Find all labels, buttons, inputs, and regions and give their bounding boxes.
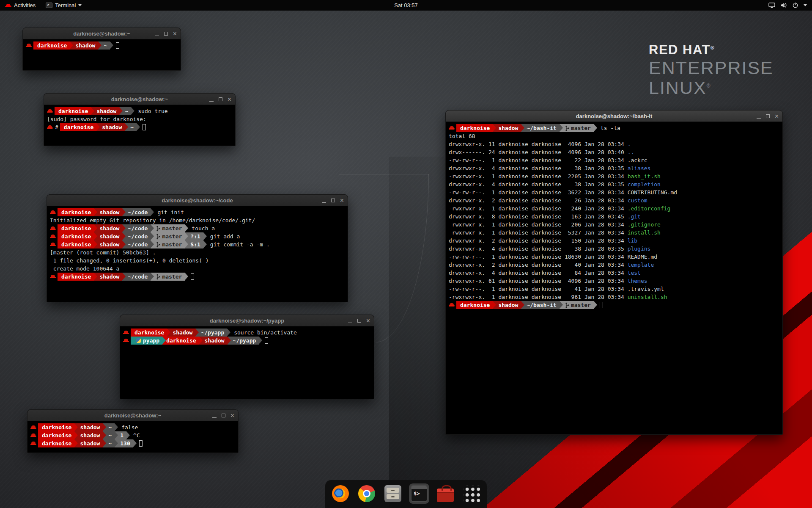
redhat-prompt-icon: [50, 240, 56, 248]
terminal-content[interactable]: darknoiseshadow~: [23, 39, 181, 52]
close-button[interactable]: ×: [230, 412, 234, 419]
terminal-cursor: [143, 124, 146, 130]
app-menu-label: Terminal: [55, 2, 76, 8]
prompt-segment-path: ~/pyapp: [228, 337, 259, 345]
maximize-button[interactable]: [222, 414, 225, 417]
output-line: -rwxrwxr-x. 1 darknoise darknoise 5327 J…: [449, 229, 779, 237]
close-button[interactable]: ×: [228, 96, 231, 103]
close-button[interactable]: ×: [173, 30, 177, 37]
command-text: touch a: [192, 224, 215, 232]
output-text: 1 file changed, 0 insertions(+), 0 delet…: [50, 257, 209, 265]
prompt-segment-user: darknoise: [55, 107, 91, 115]
terminal-content[interactable]: darknoiseshadow~/pyappsource bin/activat…: [120, 326, 374, 347]
close-button[interactable]: ×: [366, 318, 370, 324]
prompt-line: darknoiseshadow~/codemasterS:1git commit…: [50, 240, 345, 248]
output-span: drwxrwxr-x. 4 darknoise darknoise 38 Jan…: [449, 181, 628, 188]
command-text: sudo true: [138, 107, 167, 115]
output-line: -rw-rw-r--. 1 darknoise darknoise 3622 J…: [449, 188, 779, 196]
dock-item-chrome[interactable]: [357, 483, 377, 504]
terminal-window-home-1[interactable]: darknoise@shadow:~×darknoiseshadow~: [22, 28, 181, 71]
command-text: ^C: [133, 431, 140, 439]
maximize-button[interactable]: [219, 97, 222, 101]
output-span: drwxrwxr-x. 4 darknoise darknoise 38 Jan…: [449, 246, 628, 252]
redhat-logo-icon: [5, 3, 11, 8]
terminal-content[interactable]: darknoiseshadow~/bash-itmasterls -latota…: [446, 122, 782, 311]
output-span: create mode 100644 a: [50, 265, 119, 272]
minimize-button[interactable]: [757, 114, 761, 119]
minimize-button[interactable]: [209, 97, 214, 102]
output-span: -rwxrwxr-x. 1 darknoise darknoise 961 Ja…: [449, 294, 628, 300]
dock-item-firefox[interactable]: [330, 483, 351, 504]
system-tray[interactable]: [768, 0, 812, 11]
terminal-window-home-2[interactable]: darknoise@shadow:~×darknoiseshadow~false…: [27, 409, 239, 453]
terminal-cursor: [600, 302, 603, 308]
maximize-button[interactable]: [164, 32, 168, 36]
output-line: drwxrwxr-x. 11 darknoise darknoise 4096 …: [449, 140, 779, 148]
output-text: -rwxrwxr-x. 1 darknoise darknoise 2205 J…: [449, 172, 661, 180]
close-button[interactable]: ×: [340, 197, 344, 204]
titlebar[interactable]: darknoise@shadow:~/code×: [47, 195, 348, 206]
output-span: drwxrwxr-x. 2 darknoise darknoise 40 Jan…: [449, 262, 628, 268]
output-span: drwxrwxr-x. 8 darknoise darknoise 163 Ja…: [449, 213, 628, 220]
prompt-segment-host: shadow: [94, 224, 122, 232]
prompt-segment-path: ~/code: [122, 224, 151, 232]
activities-button[interactable]: Activities: [0, 0, 41, 11]
redhat-prompt-icon: [50, 224, 56, 232]
prompt-segment-host: shadow: [94, 273, 122, 281]
dock-item-app-grid[interactable]: [461, 483, 482, 504]
minimize-button[interactable]: [348, 319, 352, 323]
volume-icon: [781, 3, 787, 8]
dock-item-toolbox[interactable]: [435, 483, 455, 504]
maximize-button[interactable]: [331, 199, 335, 202]
output-text: drwxrwxr-x. 2 darknoise darknoise 40 Jan…: [449, 261, 654, 269]
terminal-window-pyapp[interactable]: darknoise@shadow:~/pyapp×darknoiseshadow…: [120, 315, 374, 399]
titlebar[interactable]: darknoise@shadow:~×: [27, 410, 238, 421]
redhat-prompt-icon: [50, 273, 56, 281]
output-line: drwxrwxr-x. 4 darknoise darknoise 84 Jan…: [449, 269, 779, 277]
maximize-button[interactable]: [357, 319, 361, 323]
dock-item-terminal[interactable]: [409, 483, 429, 504]
window-title: darknoise@shadow:~/code: [162, 197, 233, 204]
filename-exec: .gitignore: [628, 221, 661, 228]
minimize-button[interactable]: [155, 32, 159, 36]
prompt-segment-scm: master: [151, 224, 185, 232]
output-text: drwxrwxr-x. 11 darknoise darknoise 4096 …: [449, 140, 631, 148]
redhat-prompt-icon: [50, 232, 56, 240]
prompt-segment-scm: master: [560, 301, 594, 309]
app-menu-terminal[interactable]: Terminal: [41, 0, 87, 11]
prompt-line: darknoiseshadow~/pyappsource bin/activat…: [123, 329, 371, 337]
terminal-content[interactable]: darknoiseshadow~sudo true[sudo] password…: [44, 105, 235, 133]
output-line: [sudo] password for darknoise:: [47, 115, 232, 123]
maximize-button[interactable]: [766, 114, 770, 118]
titlebar[interactable]: darknoise@shadow:~/pyapp×: [120, 315, 374, 326]
terminal-content[interactable]: darknoiseshadow~falsedarknoiseshadow~1^C…: [27, 421, 238, 450]
terminal-window-bash-it[interactable]: darknoise@shadow:~/bash-it×darknoiseshad…: [445, 110, 783, 435]
toolbox-icon: [437, 489, 454, 502]
prompt-line: darknoiseshadow~/codemastertouch a: [50, 224, 345, 232]
output-line: drwxrwxr-x. 4 darknoise darknoise 38 Jan…: [449, 245, 779, 253]
prompt-line: darknoiseshadow~/bash-itmasterls -la: [449, 124, 779, 132]
output-text: -rwxrwxr-x. 1 darknoise darknoise 240 Ja…: [449, 204, 670, 213]
output-text: drwxrwxr-x. 4 darknoise darknoise 38 Jan…: [449, 164, 650, 172]
filename-dir: aliases: [628, 165, 651, 171]
output-line: [master (root-commit) 50bcb63] .: [50, 248, 345, 257]
titlebar[interactable]: darknoise@shadow:~×: [23, 28, 181, 39]
terminal-window-code[interactable]: darknoise@shadow:~/code×darknoiseshadow~…: [47, 194, 348, 302]
titlebar[interactable]: darknoise@shadow:~/bash-it×: [446, 110, 782, 122]
prompt-segment-user: darknoise: [58, 240, 94, 248]
prompt-segment-path: ~/code: [122, 240, 151, 248]
terminal-window-sudo[interactable]: darknoise@shadow:~×darknoiseshadow~sudo …: [44, 93, 236, 146]
minimize-button[interactable]: [212, 414, 217, 418]
output-text: [master (root-commit) 50bcb63] .: [50, 248, 156, 257]
minimize-button[interactable]: [322, 199, 326, 203]
output-line: create mode 100644 a: [50, 265, 345, 273]
close-button[interactable]: ×: [775, 113, 779, 120]
prompt-segment-user: darknoise: [38, 431, 74, 439]
output-span: [master (root-commit) 50bcb63] .: [50, 249, 156, 256]
clock[interactable]: Sat 03:57: [394, 2, 418, 8]
prompt-line: darknoiseshadow~false: [30, 423, 235, 431]
prompt-segment-scm: master: [560, 124, 594, 132]
terminal-content[interactable]: darknoiseshadow~/codegit initInitialized…: [47, 206, 348, 283]
dock-item-files[interactable]: [383, 483, 403, 504]
titlebar[interactable]: darknoise@shadow:~×: [44, 94, 235, 105]
